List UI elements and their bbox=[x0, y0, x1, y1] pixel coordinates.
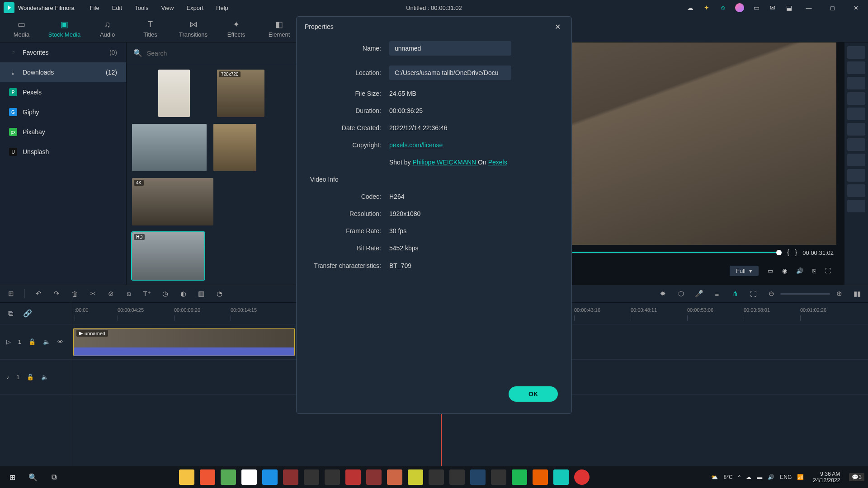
maximize-button[interactable]: ◻ bbox=[825, 0, 840, 15]
weather-temp[interactable]: 8°C bbox=[723, 474, 732, 480]
source-link[interactable]: Pexels bbox=[488, 159, 507, 166]
keyframe-icon[interactable]: ◔ bbox=[215, 290, 224, 298]
sidebar-item-pexels[interactable]: PPexels bbox=[0, 82, 126, 102]
crop-tool2-icon[interactable]: ⧅ bbox=[124, 290, 133, 298]
taskbar-app[interactable] bbox=[283, 469, 298, 485]
undo-button[interactable]: ↶ bbox=[34, 290, 43, 298]
fullscreen-icon[interactable]: ⛶ bbox=[825, 267, 831, 274]
mail-icon[interactable]: ✉ bbox=[769, 4, 777, 12]
taskbar-app[interactable] bbox=[304, 469, 319, 485]
inspector-item[interactable] bbox=[847, 123, 865, 136]
timeline-settings-icon[interactable]: ▮▮ bbox=[853, 290, 862, 298]
author-link[interactable]: Philippe WEICKMANN bbox=[412, 159, 478, 166]
tab-titles[interactable]: Titles bbox=[129, 20, 172, 38]
menu-file[interactable]: File bbox=[84, 2, 106, 14]
cloud-icon[interactable]: ☁ bbox=[686, 4, 694, 12]
record-icon[interactable]: ⬓ bbox=[785, 4, 793, 12]
clock[interactable]: 9:36 AM 24/12/2022 bbox=[813, 471, 840, 484]
green-screen-icon[interactable]: ▥ bbox=[197, 290, 206, 298]
taskbar-app[interactable] bbox=[512, 469, 527, 485]
inspector-item[interactable] bbox=[847, 169, 865, 182]
media-thumb[interactable] bbox=[158, 70, 190, 117]
tab-audio[interactable]: Audio bbox=[86, 20, 129, 38]
inspector-item[interactable] bbox=[847, 77, 865, 89]
fit-icon[interactable]: ⛶ bbox=[749, 290, 758, 298]
search-input[interactable] bbox=[147, 50, 289, 57]
inspector-item[interactable] bbox=[847, 46, 865, 59]
media-thumb[interactable]: 4K bbox=[132, 178, 213, 225]
zoom-in-button[interactable]: ⊕ bbox=[835, 290, 844, 298]
menu-export[interactable]: Export bbox=[180, 2, 210, 14]
sidebar-item-pixabay[interactable]: pxPixabay bbox=[0, 122, 126, 142]
marker-icon[interactable]: ⬡ bbox=[676, 290, 685, 298]
video-track-header[interactable]: ▷1 🔓 🔈 👁 bbox=[0, 324, 72, 360]
dialog-close-button[interactable]: ✕ bbox=[552, 21, 563, 33]
taskbar-app[interactable] bbox=[470, 469, 486, 485]
voiceover-icon[interactable]: 🎤 bbox=[694, 290, 703, 298]
notifications-button[interactable]: 💬3 bbox=[849, 473, 864, 481]
inspector-item[interactable] bbox=[847, 108, 865, 120]
menu-tools[interactable]: Tools bbox=[128, 2, 155, 14]
battery-icon[interactable]: ▬ bbox=[757, 474, 762, 480]
weather-icon[interactable]: ⛅ bbox=[711, 474, 718, 480]
menu-edit[interactable]: Edit bbox=[106, 2, 128, 14]
taskbar-app[interactable] bbox=[241, 469, 257, 485]
copyright-link[interactable]: pexels.com/license bbox=[389, 141, 443, 149]
media-thumb[interactable] bbox=[213, 124, 256, 171]
export-frame-icon[interactable]: ⎘ bbox=[812, 267, 816, 274]
eye-icon[interactable]: 👁 bbox=[57, 338, 63, 345]
media-thumb[interactable]: 720x720 bbox=[217, 70, 264, 117]
inspector-item[interactable] bbox=[847, 200, 865, 212]
split-button[interactable]: ✂ bbox=[88, 290, 97, 298]
screen-icon[interactable]: ▭ bbox=[768, 267, 773, 274]
menu-view[interactable]: View bbox=[155, 2, 180, 14]
render-icon[interactable]: ✸ bbox=[658, 290, 667, 298]
speed-icon[interactable]: ◷ bbox=[160, 290, 170, 298]
mute-icon[interactable]: 🔈 bbox=[43, 338, 50, 345]
tray-chevron-icon[interactable]: ^ bbox=[738, 474, 741, 480]
quality-select[interactable]: Full▾ bbox=[730, 266, 759, 276]
color-icon[interactable]: ◐ bbox=[179, 290, 188, 298]
headset-icon[interactable]: ⎋ bbox=[719, 4, 727, 12]
zoom-out-button[interactable]: ⊖ bbox=[767, 290, 776, 298]
name-field[interactable] bbox=[389, 41, 511, 56]
bulb-icon[interactable]: ✦ bbox=[703, 4, 711, 12]
taskbar-app[interactable] bbox=[449, 469, 465, 485]
language-icon[interactable]: ENG bbox=[780, 474, 792, 480]
tab-media[interactable]: Media bbox=[0, 19, 43, 38]
audio-track-header[interactable]: ♪1 🔓 🔈 bbox=[0, 360, 72, 395]
minimize-button[interactable]: — bbox=[801, 0, 816, 15]
location-field[interactable] bbox=[389, 66, 511, 80]
inspector-item[interactable] bbox=[847, 61, 865, 74]
inspector-item[interactable] bbox=[847, 184, 865, 197]
volume-tray-icon[interactable]: 🔊 bbox=[768, 474, 774, 480]
tab-effects[interactable]: Effects bbox=[215, 19, 258, 38]
inspector-item[interactable] bbox=[847, 154, 865, 166]
redo-button[interactable]: ↷ bbox=[52, 290, 61, 298]
onedrive-icon[interactable]: ☁ bbox=[746, 474, 751, 480]
taskbar-app[interactable] bbox=[325, 469, 340, 485]
tab-element[interactable]: Element bbox=[258, 19, 301, 38]
crop-tool1-icon[interactable]: ⊘ bbox=[106, 290, 115, 298]
taskbar-app[interactable] bbox=[262, 469, 278, 485]
taskview-button[interactable]: ⧉ bbox=[45, 469, 62, 486]
media-thumb-selected[interactable]: HD bbox=[132, 232, 204, 280]
link-icon[interactable]: 🔗 bbox=[23, 309, 32, 318]
mark-in-icon[interactable]: { bbox=[787, 249, 789, 257]
taskbar-app[interactable] bbox=[221, 469, 236, 485]
volume-icon[interactable]: 🔊 bbox=[796, 267, 803, 274]
taskbar-app[interactable] bbox=[200, 469, 215, 485]
taskbar-app[interactable] bbox=[574, 469, 590, 485]
lock-icon[interactable]: 🔓 bbox=[28, 338, 36, 345]
mark-out-icon[interactable]: } bbox=[795, 249, 797, 257]
taskbar-app[interactable] bbox=[366, 469, 382, 485]
taskbar-app[interactable] bbox=[491, 469, 506, 485]
wifi-icon[interactable]: 📶 bbox=[797, 474, 804, 480]
media-thumb[interactable] bbox=[132, 124, 207, 171]
sidebar-item-unsplash[interactable]: UUnsplash bbox=[0, 142, 126, 162]
zoom-slider[interactable] bbox=[780, 293, 830, 295]
ok-button[interactable]: OK bbox=[509, 386, 558, 402]
text-tool-icon[interactable]: T⁺ bbox=[142, 290, 151, 298]
sidebar-item-favorites[interactable]: ♡Favorites(0) bbox=[0, 42, 126, 62]
snapshot-icon[interactable]: ◉ bbox=[782, 267, 787, 274]
